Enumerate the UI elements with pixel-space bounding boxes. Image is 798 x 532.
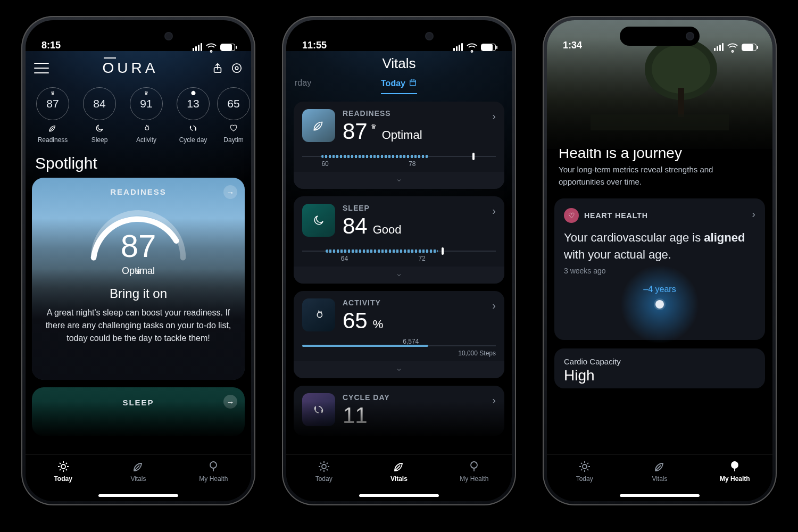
readiness-arc: [82, 201, 194, 264]
share-button[interactable]: [212, 62, 223, 74]
sleep-card[interactable]: → SLEEP: [32, 387, 245, 436]
tab-vitals[interactable]: Vitals: [106, 460, 170, 483]
phone-today: 8:15 OURA: [21, 16, 255, 505]
tree-icon: [728, 460, 741, 473]
tab-label: My Health: [720, 475, 750, 483]
cellular-icon: [714, 43, 724, 51]
card-value: High: [564, 367, 755, 384]
ring-cycle[interactable]: ⬤13 Cycle day: [173, 87, 213, 144]
chevron-right-icon[interactable]: ›: [492, 110, 496, 122]
leaf-icon: [47, 123, 58, 133]
vital-label: READINESS: [343, 109, 496, 118]
score-rings-row: ♛87 Readiness 84 Sleep ♛91 Activity ⬤13: [33, 80, 243, 147]
range-track: 60 78: [302, 151, 496, 167]
tab-vitals[interactable]: Vitals: [628, 460, 692, 483]
ring-daytime[interactable]: 65 Daytim: [220, 87, 247, 144]
svg-rect-5: [410, 80, 416, 86]
vital-cycle[interactable]: › CYCLE DAY 11: [294, 386, 504, 436]
ring-readiness[interactable]: ♛87 Readiness: [33, 87, 72, 144]
tab-today[interactable]: Today: [553, 460, 617, 483]
cardio-capacity-card[interactable]: Cardio Capacity High: [554, 348, 765, 388]
flame-icon: [142, 123, 151, 133]
vital-status: Optimal: [382, 128, 422, 142]
heart-health-card[interactable]: › ♡ HEART HEALTH Your cardiovascular age…: [554, 198, 765, 340]
spotlight-heading: Spotlight: [35, 154, 242, 172]
leaf-icon: [393, 460, 405, 473]
expand-toggle[interactable]: [294, 361, 504, 378]
phone-vitals: 11:55 Vitals rday Today › READINESS: [282, 16, 516, 505]
heart-icon: [229, 123, 238, 133]
tab-label: My Health: [199, 475, 228, 483]
home-indicator[interactable]: [98, 494, 178, 497]
expand-toggle[interactable]: [294, 172, 504, 189]
dynamic-island: [620, 27, 700, 46]
readiness-label: READINESS: [110, 187, 167, 196]
progress-track: 6,574 10,000 Steps: [302, 340, 496, 356]
svg-point-6: [322, 464, 326, 469]
home-indicator[interactable]: [620, 494, 700, 497]
chevron-right-icon[interactable]: ›: [492, 394, 496, 406]
tab-today[interactable]: Today: [292, 460, 356, 483]
readiness-card[interactable]: → READINESS ♛ 87 Optimal Bring it on A g…: [32, 178, 245, 380]
vital-sleep[interactable]: › SLEEP 84 Good 64 72: [294, 196, 504, 284]
cellular-icon: [193, 43, 202, 51]
tab-label: Today: [576, 475, 593, 483]
tab-health[interactable]: My Health: [181, 460, 245, 483]
battery-icon: [220, 44, 235, 51]
phone-health: 1:34 My Health Health is a journey Your …: [543, 16, 777, 505]
wifi-icon: [206, 44, 217, 51]
profile-button[interactable]: [231, 62, 243, 74]
crown-icon: ♛: [51, 90, 55, 96]
menu-button[interactable]: [34, 63, 49, 73]
ring-sleep[interactable]: 84 Sleep: [80, 87, 119, 144]
cycle-icon: [187, 123, 199, 133]
vital-unit: %: [373, 318, 384, 331]
tab-health[interactable]: My Health: [442, 460, 506, 483]
sun-icon: [57, 460, 70, 473]
svg-point-1: [232, 64, 242, 73]
svg-point-13: [732, 462, 738, 468]
svg-rect-11: [591, 114, 729, 130]
arrow-right-icon[interactable]: →: [223, 185, 237, 199]
page-title: Vitals: [286, 55, 512, 72]
cycle-icon: [302, 393, 335, 426]
leaf-icon: [132, 460, 145, 473]
tab-label: Vitals: [652, 475, 667, 483]
goal-text: 10,000 Steps: [458, 350, 496, 357]
battery-icon: [742, 44, 757, 51]
tab-today[interactable]: Today: [381, 78, 417, 94]
chevron-right-icon[interactable]: ›: [492, 300, 496, 312]
tab-label: My Health: [460, 475, 488, 483]
svg-rect-10: [678, 88, 684, 117]
vital-value: 84: [343, 213, 368, 239]
tab-yesterday[interactable]: rday: [295, 78, 311, 88]
crown-icon: ♛: [144, 90, 148, 96]
svg-point-12: [583, 464, 587, 469]
status-time: 1:34: [563, 40, 582, 51]
tab-health[interactable]: My Health: [703, 460, 767, 483]
calendar-icon: [409, 78, 417, 89]
ring-activity[interactable]: ♛91 Activity: [127, 87, 166, 144]
leaf-icon: [653, 460, 666, 473]
tab-vitals[interactable]: Vitals: [367, 460, 431, 483]
leaf-icon: [302, 109, 335, 142]
chevron-right-icon[interactable]: ›: [492, 205, 496, 217]
home-indicator[interactable]: [359, 494, 439, 497]
vital-status: Good: [373, 223, 402, 237]
app-logo: OURA: [103, 60, 159, 77]
arrow-right-icon[interactable]: →: [223, 395, 237, 409]
vital-label: CYCLE DAY: [343, 393, 496, 402]
tab-today[interactable]: Today: [31, 460, 95, 483]
chevron-right-icon[interactable]: ›: [752, 208, 755, 220]
mic-icon: ⬤: [191, 90, 196, 95]
vital-readiness[interactable]: › READINESS 87 ♛ Optimal: [294, 102, 504, 189]
vital-label: SLEEP: [343, 204, 496, 212]
vital-label: ACTIVITY: [343, 298, 496, 307]
cellular-icon: [453, 43, 463, 51]
expand-toggle[interactable]: [294, 267, 504, 284]
card-label: HEART HEALTH: [584, 211, 648, 220]
status-time: 8:15: [41, 40, 61, 51]
status-time: 11:55: [302, 40, 327, 51]
vital-activity[interactable]: › ACTIVITY 65 % 6,574 10,000 Ste: [294, 291, 504, 378]
tab-label: Vitals: [390, 475, 408, 483]
